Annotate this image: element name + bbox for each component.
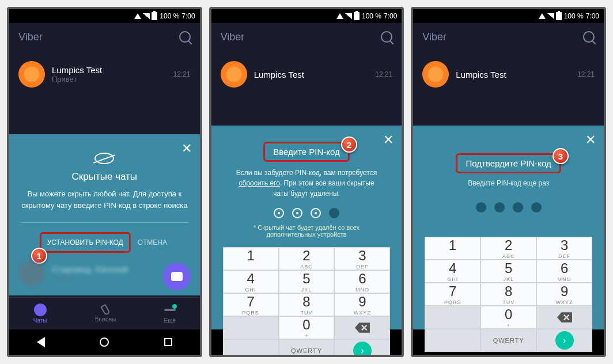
reset-link[interactable]: сбросить его (239, 179, 279, 187)
status-bar: 100 % 7:00 (9, 9, 200, 23)
close-icon[interactable]: ✕ (585, 132, 596, 147)
phone-screen-3: 100 % 7:00 Viber Lumpics Test 12:21 ✕ По… (411, 7, 606, 357)
chat-icon (34, 304, 47, 316)
phone-icon (100, 304, 111, 316)
key-1[interactable]: 1 (425, 237, 480, 260)
key-6[interactable]: 6MNO (536, 260, 592, 283)
key-9[interactable]: 9WXYZ (536, 283, 592, 306)
search-icon[interactable] (179, 31, 191, 43)
nav-chats[interactable]: Чаты (33, 304, 47, 324)
go-key[interactable]: › (536, 329, 592, 352)
search-icon[interactable] (381, 31, 392, 43)
chevron-right-icon: › (353, 342, 372, 357)
enter-pin-dialog: ✕ Введите PIN-код 2 Если вы забудете PIN… (211, 126, 402, 329)
pin-dot (292, 208, 302, 218)
pin-note: * Скрытый чат будет удалён со всех допол… (234, 224, 379, 238)
compose-fab[interactable] (163, 263, 191, 290)
dialog-text: Вы можете скрыть любой чат. Для доступа … (21, 188, 188, 211)
chat-item[interactable]: Lumpics Test 12:21 (211, 55, 402, 93)
set-pin-button[interactable]: УСТАНОВИТЬ PIN-КОД 1 (40, 232, 131, 253)
key-empty (425, 306, 480, 329)
key-empty (223, 316, 279, 339)
enter-pin-title: Введите PIN-код 2 (263, 142, 350, 162)
key-9[interactable]: 9WXYZ (334, 293, 390, 316)
chat-list: Lumpics Test 12:21 ✕ Введите PIN-код 2 Е… (211, 51, 402, 329)
pin-dot-filled (531, 202, 542, 213)
battery-percent: 100 % (160, 12, 179, 20)
confirm-pin-sub: Введите PIN-код еще раз (436, 179, 581, 187)
confirm-pin-title: Подтвердите PIN-код 3 (456, 153, 561, 173)
numeric-keypad: 1 2ABC 3DEF 4GHI 5JKL 6MNO 7PQRS 8TUV 9W… (223, 247, 391, 357)
pin-dot (274, 208, 284, 218)
chat-item[interactable]: Lumpics Test Привет 12:21 (9, 55, 200, 93)
close-icon[interactable]: ✕ (181, 141, 192, 156)
confirm-pin-dialog: ✕ Подтвердите PIN-код 3 Введите PIN-код … (413, 126, 604, 329)
key-4[interactable]: 4GHI (425, 260, 480, 283)
home-button[interactable] (100, 338, 109, 347)
more-icon (164, 309, 176, 311)
backspace-key[interactable] (334, 316, 390, 339)
pin-info-text: Если вы забудете PIN-код, вам потребуетс… (234, 168, 379, 199)
nav-more[interactable]: Ещё (164, 304, 176, 324)
key-3[interactable]: 3DEF (334, 247, 390, 270)
close-icon[interactable]: ✕ (383, 132, 393, 147)
key-empty (223, 339, 279, 357)
key-7[interactable]: 7PQRS (223, 293, 279, 316)
status-bar: 100 % 7:00 (413, 9, 604, 23)
nav-calls[interactable]: Вызовы (95, 305, 116, 323)
key-empty (425, 329, 480, 352)
search-icon[interactable] (583, 31, 595, 43)
clock: 7:00 (181, 12, 195, 20)
chat-item[interactable]: Lumpics Test 12:21 (413, 55, 604, 93)
wifi-icon (134, 13, 141, 19)
key-0[interactable]: 0+ (480, 306, 536, 329)
system-nav (9, 329, 200, 355)
key-0[interactable]: 0+ (279, 316, 335, 339)
key-5[interactable]: 5JKL (279, 270, 335, 293)
key-5[interactable]: 5JKL (480, 260, 536, 283)
key-6[interactable]: 6MNO (334, 270, 390, 293)
qwerty-toggle[interactable]: QWERTY (279, 339, 335, 357)
chat-list: Lumpics Test 12:21 ✕ Подтвердите PIN-код… (413, 51, 604, 329)
bottom-nav: Чаты Вызовы Ещё (9, 297, 200, 329)
app-header: Viber (9, 23, 200, 51)
chat-name: Lumpics Test (52, 65, 167, 75)
pin-dot (311, 208, 321, 218)
avatar (18, 260, 45, 287)
phone-screen-1: 100 % 7:00 Viber Lumpics Test Привет 12:… (7, 7, 202, 357)
status-bar: 100 % 7:00 (211, 9, 402, 23)
key-2[interactable]: 2ABC (480, 237, 536, 260)
app-title: Viber (18, 31, 43, 43)
pin-dots (234, 208, 379, 218)
chevron-right-icon: › (555, 331, 574, 350)
eye-slash-icon (94, 153, 114, 164)
key-8[interactable]: 8TUV (279, 293, 335, 316)
pin-dot-active (329, 208, 339, 218)
chat-list: Lumpics Test Привет 12:21 ✕ Скрытые чаты… (9, 51, 200, 297)
avatar (18, 61, 45, 88)
go-key[interactable]: › (334, 339, 390, 357)
numeric-keypad: 1 2ABC 3DEF 4GHI 5JKL 6MNO 7PQRS 8TUV 9W… (425, 237, 592, 352)
step-badge-3: 3 (553, 148, 569, 164)
pin-dot-filled (476, 202, 486, 213)
app-header: Viber (413, 23, 604, 51)
key-3[interactable]: 3DEF (536, 237, 592, 260)
pin-dot-filled (513, 202, 523, 213)
battery-icon (152, 12, 157, 20)
pin-dots (436, 202, 581, 213)
phone-screen-2: 100 % 7:00 Viber Lumpics Test 12:21 ✕ Вв… (209, 7, 404, 357)
chat-message: Привет (52, 75, 167, 84)
back-button[interactable] (37, 337, 45, 347)
signal-icon (143, 13, 150, 19)
cancel-button[interactable]: ОТМЕНА (135, 232, 169, 253)
backspace-key[interactable] (536, 306, 592, 329)
key-1[interactable]: 1 (223, 247, 279, 270)
key-2[interactable]: 2ABC (279, 247, 335, 270)
key-4[interactable]: 4GHI (223, 270, 279, 293)
chat-time: 12:21 (173, 70, 191, 78)
recent-button[interactable] (164, 338, 172, 346)
step-badge-2: 2 (341, 136, 357, 153)
key-7[interactable]: 7PQRS (425, 283, 480, 306)
qwerty-toggle[interactable]: QWERTY (480, 329, 536, 352)
key-8[interactable]: 8TUV (480, 283, 536, 306)
